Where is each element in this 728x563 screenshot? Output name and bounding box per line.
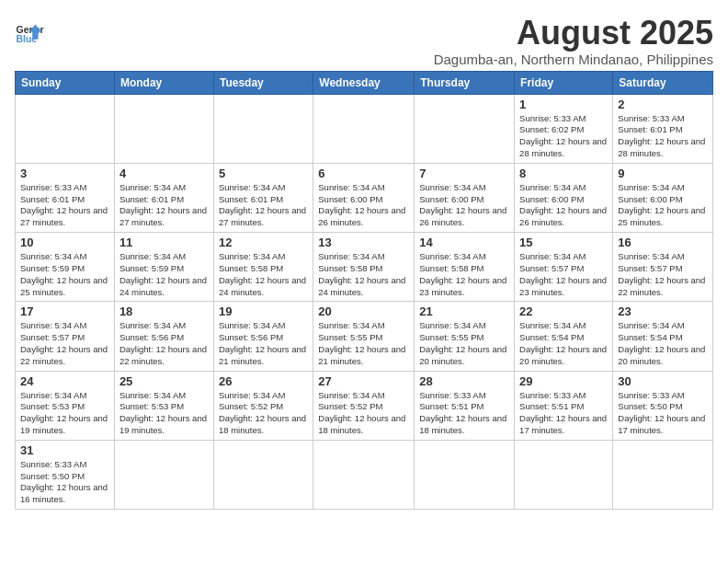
calendar-cell: 1Sunrise: 5:33 AM Sunset: 6:02 PM Daylig…: [515, 94, 613, 163]
day-number: 13: [318, 236, 409, 249]
day-info: Sunrise: 5:34 AM Sunset: 5:55 PM Dayligh…: [419, 320, 509, 367]
day-info: Sunrise: 5:34 AM Sunset: 6:01 PM Dayligh…: [119, 182, 209, 229]
calendar-cell: [415, 440, 515, 509]
day-number: 8: [519, 167, 608, 180]
calendar-cell: 27Sunrise: 5:34 AM Sunset: 5:52 PM Dayli…: [313, 371, 415, 440]
calendar-cell: 2Sunrise: 5:33 AM Sunset: 6:01 PM Daylig…: [613, 94, 713, 163]
month-title: August 2025: [434, 15, 713, 52]
week-row-4: 17Sunrise: 5:34 AM Sunset: 5:57 PM Dayli…: [16, 302, 713, 371]
calendar-cell: [613, 440, 713, 509]
week-row-2: 3Sunrise: 5:33 AM Sunset: 6:01 PM Daylig…: [16, 163, 713, 232]
day-number: 3: [20, 167, 109, 180]
day-number: 23: [618, 304, 708, 318]
day-number: 21: [419, 304, 509, 318]
calendar-cell: 13Sunrise: 5:34 AM Sunset: 5:58 PM Dayli…: [313, 233, 415, 302]
calendar-cell: 17Sunrise: 5:34 AM Sunset: 5:57 PM Dayli…: [16, 302, 115, 371]
day-number: 31: [20, 443, 109, 457]
weekday-header-saturday: Saturday: [613, 71, 713, 94]
calendar-cell: 4Sunrise: 5:34 AM Sunset: 6:01 PM Daylig…: [114, 163, 213, 232]
header: General Blue August 2025 Dagumba-an, Nor…: [15, 15, 713, 67]
weekday-header-row: SundayMondayTuesdayWednesdayThursdayFrid…: [16, 71, 713, 94]
day-number: 24: [20, 374, 109, 388]
calendar-cell: [213, 94, 313, 163]
day-info: Sunrise: 5:33 AM Sunset: 5:51 PM Dayligh…: [419, 390, 509, 437]
calendar-cell: 20Sunrise: 5:34 AM Sunset: 5:55 PM Dayli…: [313, 302, 415, 371]
calendar-cell: [415, 94, 515, 163]
day-number: 26: [219, 374, 308, 388]
calendar-cell: [114, 94, 213, 163]
calendar-cell: [213, 440, 313, 509]
day-number: 30: [618, 374, 708, 388]
day-number: 18: [119, 304, 209, 318]
day-number: 29: [519, 374, 608, 388]
calendar-cell: 31Sunrise: 5:33 AM Sunset: 5:50 PM Dayli…: [16, 440, 115, 509]
day-number: 20: [318, 304, 409, 318]
day-info: Sunrise: 5:34 AM Sunset: 5:54 PM Dayligh…: [519, 320, 608, 367]
calendar-cell: 10Sunrise: 5:34 AM Sunset: 5:59 PM Dayli…: [16, 233, 115, 302]
day-info: Sunrise: 5:34 AM Sunset: 5:59 PM Dayligh…: [20, 251, 109, 298]
day-info: Sunrise: 5:34 AM Sunset: 5:52 PM Dayligh…: [219, 390, 308, 437]
calendar-cell: 8Sunrise: 5:34 AM Sunset: 6:00 PM Daylig…: [515, 163, 613, 232]
week-row-3: 10Sunrise: 5:34 AM Sunset: 5:59 PM Dayli…: [16, 233, 713, 302]
calendar-cell: 29Sunrise: 5:33 AM Sunset: 5:51 PM Dayli…: [515, 371, 613, 440]
day-number: 22: [519, 304, 608, 318]
calendar-cell: 14Sunrise: 5:34 AM Sunset: 5:58 PM Dayli…: [415, 233, 515, 302]
weekday-header-sunday: Sunday: [16, 71, 115, 94]
day-info: Sunrise: 5:34 AM Sunset: 5:57 PM Dayligh…: [618, 251, 708, 298]
day-info: Sunrise: 5:34 AM Sunset: 5:54 PM Dayligh…: [618, 320, 708, 367]
day-number: 16: [618, 236, 708, 249]
calendar-cell: 9Sunrise: 5:34 AM Sunset: 6:00 PM Daylig…: [613, 163, 713, 232]
weekday-header-friday: Friday: [515, 71, 613, 94]
day-info: Sunrise: 5:34 AM Sunset: 5:58 PM Dayligh…: [318, 251, 409, 298]
day-number: 6: [318, 167, 409, 180]
calendar-cell: 25Sunrise: 5:34 AM Sunset: 5:53 PM Dayli…: [114, 371, 213, 440]
day-info: Sunrise: 5:34 AM Sunset: 5:56 PM Dayligh…: [119, 320, 209, 367]
day-info: Sunrise: 5:34 AM Sunset: 5:52 PM Dayligh…: [318, 390, 409, 437]
day-number: 5: [219, 167, 308, 180]
day-number: 1: [519, 98, 608, 111]
calendar-cell: 5Sunrise: 5:34 AM Sunset: 6:01 PM Daylig…: [213, 163, 313, 232]
day-number: 9: [618, 167, 708, 180]
day-info: Sunrise: 5:34 AM Sunset: 5:58 PM Dayligh…: [419, 251, 509, 298]
day-info: Sunrise: 5:34 AM Sunset: 6:00 PM Dayligh…: [419, 182, 509, 229]
day-info: Sunrise: 5:33 AM Sunset: 5:51 PM Dayligh…: [519, 390, 608, 437]
day-number: 17: [20, 304, 109, 318]
calendar-cell: 12Sunrise: 5:34 AM Sunset: 5:58 PM Dayli…: [213, 233, 313, 302]
title-area: August 2025 Dagumba-an, Northern Mindana…: [434, 15, 713, 67]
day-info: Sunrise: 5:34 AM Sunset: 5:55 PM Dayligh…: [318, 320, 409, 367]
calendar-cell: 28Sunrise: 5:33 AM Sunset: 5:51 PM Dayli…: [415, 371, 515, 440]
calendar-cell: 3Sunrise: 5:33 AM Sunset: 6:01 PM Daylig…: [16, 163, 115, 232]
calendar-cell: 21Sunrise: 5:34 AM Sunset: 5:55 PM Dayli…: [415, 302, 515, 371]
calendar-cell: 15Sunrise: 5:34 AM Sunset: 5:57 PM Dayli…: [515, 233, 613, 302]
day-info: Sunrise: 5:34 AM Sunset: 6:01 PM Dayligh…: [219, 182, 308, 229]
calendar: SundayMondayTuesdayWednesdayThursdayFrid…: [15, 71, 713, 511]
day-info: Sunrise: 5:34 AM Sunset: 5:57 PM Dayligh…: [519, 251, 608, 298]
day-info: Sunrise: 5:34 AM Sunset: 6:00 PM Dayligh…: [318, 182, 409, 229]
day-info: Sunrise: 5:34 AM Sunset: 5:58 PM Dayligh…: [219, 251, 308, 298]
day-info: Sunrise: 5:33 AM Sunset: 6:02 PM Dayligh…: [519, 113, 608, 160]
day-info: Sunrise: 5:33 AM Sunset: 5:50 PM Dayligh…: [618, 390, 708, 437]
week-row-6: 31Sunrise: 5:33 AM Sunset: 5:50 PM Dayli…: [16, 440, 713, 509]
day-info: Sunrise: 5:34 AM Sunset: 5:53 PM Dayligh…: [119, 390, 209, 437]
day-number: 25: [119, 374, 209, 388]
svg-text:General: General: [17, 25, 44, 35]
weekday-header-wednesday: Wednesday: [313, 71, 415, 94]
calendar-cell: 11Sunrise: 5:34 AM Sunset: 5:59 PM Dayli…: [114, 233, 213, 302]
day-number: 11: [119, 236, 209, 249]
calendar-cell: 22Sunrise: 5:34 AM Sunset: 5:54 PM Dayli…: [515, 302, 613, 371]
day-number: 10: [20, 236, 109, 249]
day-info: Sunrise: 5:34 AM Sunset: 5:57 PM Dayligh…: [20, 320, 109, 367]
logo-icon: General Blue: [15, 18, 44, 48]
weekday-header-thursday: Thursday: [415, 71, 515, 94]
weekday-header-tuesday: Tuesday: [213, 71, 313, 94]
calendar-cell: 30Sunrise: 5:33 AM Sunset: 5:50 PM Dayli…: [613, 371, 713, 440]
day-info: Sunrise: 5:34 AM Sunset: 6:00 PM Dayligh…: [618, 182, 708, 229]
calendar-cell: 6Sunrise: 5:34 AM Sunset: 6:00 PM Daylig…: [313, 163, 415, 232]
logo: General Blue: [15, 18, 44, 48]
day-info: Sunrise: 5:33 AM Sunset: 5:50 PM Dayligh…: [20, 459, 109, 506]
day-number: 28: [419, 374, 509, 388]
calendar-cell: [313, 94, 415, 163]
day-number: 7: [419, 167, 509, 180]
calendar-cell: 19Sunrise: 5:34 AM Sunset: 5:56 PM Dayli…: [213, 302, 313, 371]
weekday-header-monday: Monday: [114, 71, 213, 94]
